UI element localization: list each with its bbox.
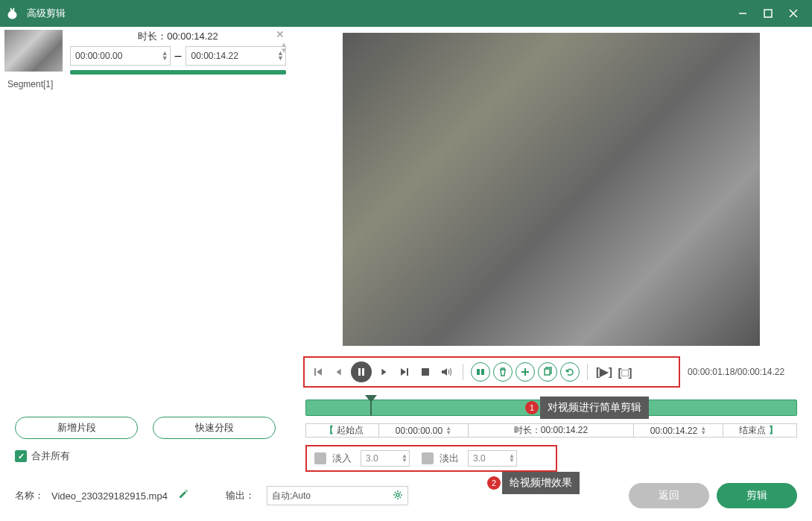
output-select[interactable]: 自动;Auto	[267, 486, 408, 505]
skip-end-icon[interactable]	[396, 363, 413, 381]
minimize-button[interactable]	[730, 0, 755, 27]
annotation-1: 1 对视频进行简单剪辑	[525, 397, 649, 419]
mark-out-icon[interactable]: [□]	[616, 363, 634, 381]
range-row: 【起始点 00:00:00.00▲▼ 时长：00:00:14.22 00:00:…	[305, 423, 797, 438]
svg-rect-11	[545, 369, 550, 375]
stop-icon[interactable]	[416, 363, 434, 381]
range-duration: 时长：00:00:14.22	[469, 424, 634, 437]
segment-end-input[interactable]: 00:00:14.22 ▲▼	[185, 46, 286, 66]
segment-reorder-icon[interactable]: ▲▼	[280, 42, 288, 54]
svg-rect-4	[358, 368, 361, 376]
segment-start-input[interactable]: 00:00:00.00 ▲▼	[70, 46, 171, 66]
file-name: Video_230329182915.mp4	[51, 490, 168, 502]
fade-out-label: 淡出	[440, 452, 459, 465]
svg-rect-6	[422, 368, 429, 376]
undo-icon[interactable]	[560, 362, 580, 382]
back-button[interactable]: 返回	[629, 483, 709, 508]
mark-out-button[interactable]: 结束点】	[723, 424, 796, 437]
edit-name-icon[interactable]	[178, 489, 188, 502]
svg-rect-5	[362, 368, 364, 376]
svg-point-12	[396, 493, 399, 496]
fade-in-checkbox[interactable]	[314, 452, 326, 464]
quick-split-button[interactable]: 快速分段	[153, 417, 276, 439]
skip-start-icon[interactable]	[309, 363, 327, 381]
time-readout: 00:00:01.18/00:00:14.22	[688, 367, 784, 377]
merge-all-checkbox[interactable]: ✓	[15, 450, 27, 462]
video-preview[interactable]	[343, 33, 760, 346]
bottom-bar: 名称： Video_230329182915.mp4 输出： 自动;Auto 返…	[0, 470, 812, 521]
pause-button[interactable]	[351, 361, 372, 382]
delete-icon[interactable]	[493, 362, 513, 382]
prev-frame-icon[interactable]	[330, 363, 348, 381]
title-bar: 高级剪辑	[0, 0, 812, 27]
maximize-button[interactable]	[755, 0, 781, 27]
app-logo-icon	[6, 6, 21, 21]
playback-toolbar: [▶] [□]	[303, 356, 680, 388]
svg-rect-8	[481, 369, 484, 375]
fade-in-input[interactable]: 3.0▲▼	[361, 450, 410, 467]
preview-panel: [▶] [□] 00:00:01.18/00:00:14.22 1 对视频进行简…	[291, 27, 812, 470]
next-frame-icon[interactable]	[375, 363, 393, 381]
svg-rect-1	[764, 10, 772, 17]
merge-all-label: 合并所有	[31, 449, 70, 463]
segment-item[interactable]: 时长：00:00:14.22 00:00:00.00 ▲▼ – 00:00:14…	[0, 27, 291, 75]
volume-icon[interactable]	[437, 363, 455, 381]
fade-out-input[interactable]: 3.0▲▼	[468, 450, 517, 467]
fade-out-checkbox[interactable]	[422, 452, 434, 464]
svg-rect-7	[477, 369, 480, 375]
segment-panel: 时长：00:00:14.22 00:00:00.00 ▲▼ – 00:00:14…	[0, 27, 291, 470]
segment-thumbnail	[4, 30, 63, 72]
copy-icon[interactable]	[538, 362, 557, 382]
end-time-input[interactable]: 00:00:14.22▲▼	[634, 424, 723, 437]
segment-remove-icon[interactable]: ✕	[276, 28, 285, 40]
mark-in-icon[interactable]: [▶]	[595, 363, 613, 381]
start-time-input[interactable]: 00:00:00.00▲▼	[379, 424, 469, 437]
window-title: 高级剪辑	[27, 7, 730, 20]
segment-range-bar[interactable]	[70, 70, 286, 75]
name-label: 名称：	[15, 489, 44, 502]
fade-controls: 淡入 3.0▲▼ 淡出 3.0▲▼	[305, 445, 557, 472]
mark-in-button[interactable]: 【起始点	[306, 424, 379, 437]
spinner-icon[interactable]: ▲▼	[162, 51, 168, 61]
fade-in-label: 淡入	[332, 452, 352, 465]
new-segment-button[interactable]: 新增片段	[15, 417, 138, 439]
cut-button[interactable]: 剪辑	[717, 483, 797, 508]
segment-name: Segment[1]	[0, 75, 291, 94]
close-button[interactable]	[781, 0, 806, 27]
output-label: 输出：	[226, 489, 255, 502]
split-icon[interactable]	[471, 362, 490, 382]
segment-duration-label: 时长：00:00:14.22	[70, 30, 286, 43]
gear-icon[interactable]	[393, 490, 403, 502]
add-icon[interactable]	[516, 362, 535, 382]
